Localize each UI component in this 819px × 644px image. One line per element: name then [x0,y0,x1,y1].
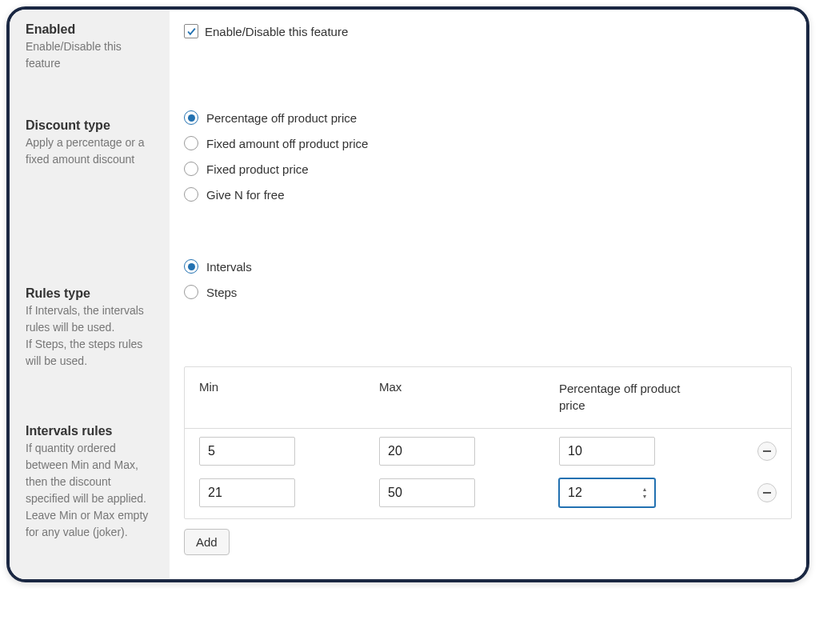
discount-type-row: Percentage off product price Fixed amoun… [184,99,792,248]
minus-icon [763,492,771,494]
table-row [185,429,791,474]
enabled-checkbox-label: Enable/Disable this feature [205,25,348,38]
radio-icon [184,136,198,150]
table-row: ▴ ▾ [185,474,791,518]
remove-row-button[interactable] [757,442,777,461]
radio-icon [184,285,198,299]
sidebar: Enabled Enable/Disable this feature Disc… [10,10,170,579]
discount-option-fixed-amount[interactable]: Fixed amount off product price [184,136,792,150]
sidebar-desc-rules: If Intervals, the intervals rules will b… [26,302,155,370]
intervals-table: Min Max Percentage off product price [184,366,792,519]
sidebar-title-discount: Discount type [26,118,155,133]
sidebar-section-discount: Discount type Apply a percentage or a fi… [26,118,155,267]
rules-type-row: Intervals Steps [184,248,792,366]
radio-icon [184,110,198,125]
content-area: Enable/Disable this feature Percentage o… [170,10,806,579]
discount-option-percentage[interactable]: Percentage off product price [184,110,792,125]
sidebar-title-enabled: Enabled [26,22,155,37]
sidebar-section-rules: Rules type If Intervals, the intervals r… [26,286,155,405]
sidebar-section-enabled: Enabled Enable/Disable this feature [26,22,155,99]
discount-type-radio-group: Percentage off product price Fixed amoun… [184,110,792,202]
radio-label: Give N for free [206,188,285,202]
rules-option-steps[interactable]: Steps [184,285,792,299]
svg-rect-1 [763,492,771,494]
sidebar-desc-intervals: If quantity ordered between Min and Max,… [26,440,155,541]
remove-row-button[interactable] [757,483,777,502]
radio-label: Intervals [206,260,252,274]
sidebar-desc-enabled: Enable/Disable this feature [26,38,155,72]
max-input[interactable] [379,437,475,466]
header-discount: Percentage off product price [559,380,745,414]
min-input[interactable] [199,478,295,507]
stepper-down-icon[interactable]: ▾ [641,494,649,500]
stepper-up-icon[interactable]: ▴ [641,486,649,493]
sidebar-title-rules: Rules type [26,286,155,301]
enabled-row: Enable/Disable this feature [184,22,792,99]
enabled-checkbox-line[interactable]: Enable/Disable this feature [184,24,792,38]
check-icon [186,26,197,37]
rules-type-radio-group: Intervals Steps [184,259,792,299]
radio-icon [184,187,198,202]
add-row-button[interactable]: Add [184,529,230,555]
settings-panel: Enabled Enable/Disable this feature Disc… [6,6,809,582]
svg-rect-0 [763,450,771,452]
intervals-table-header: Min Max Percentage off product price [185,367,791,429]
header-max: Max [379,380,559,414]
min-input[interactable] [199,437,295,466]
max-input[interactable] [379,478,475,507]
discount-option-give-n-free[interactable]: Give N for free [184,187,792,202]
radio-icon [184,162,198,176]
sidebar-section-intervals: Intervals rules If quantity ordered betw… [26,424,155,541]
header-min: Min [199,380,379,414]
discount-option-fixed-price[interactable]: Fixed product price [184,162,792,176]
sidebar-title-intervals: Intervals rules [26,424,155,438]
intervals-rules-row: Min Max Percentage off product price [184,366,792,555]
radio-label: Fixed amount off product price [206,137,368,150]
radio-label: Fixed product price [206,162,309,176]
rules-option-intervals[interactable]: Intervals [184,259,792,274]
radio-label: Steps [206,286,237,299]
header-actions [745,380,777,414]
enabled-checkbox[interactable] [184,24,198,38]
number-spinner[interactable]: ▴ ▾ [641,486,650,500]
minus-icon [763,450,771,452]
radio-label: Percentage off product price [206,111,357,125]
sidebar-desc-discount: Apply a percentage or a fixed amount dis… [26,134,155,168]
radio-icon [184,259,198,274]
discount-input[interactable] [559,437,655,466]
